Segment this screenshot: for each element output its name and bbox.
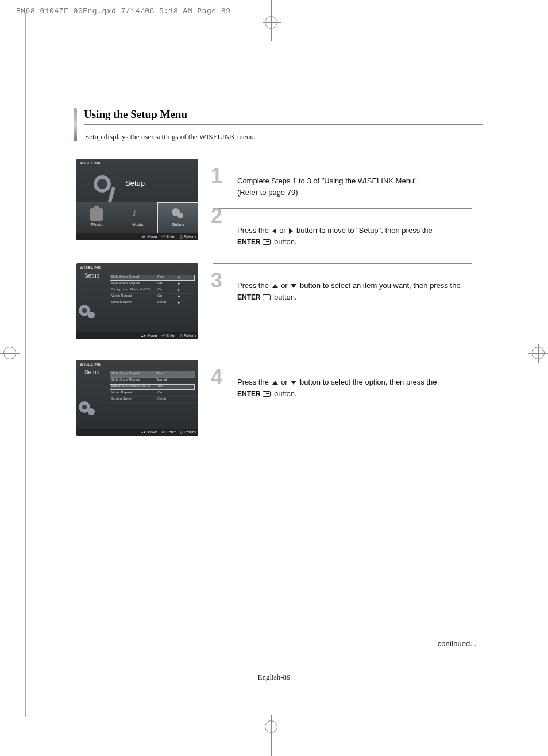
screenshot-footer: ◂▸ Move ⏎ Enter ▯ Return — [76, 233, 198, 240]
list-row: Music Repeat: On — [110, 390, 195, 397]
gear-icon — [94, 175, 111, 193]
arrow-left-icon — [272, 228, 276, 234]
screenshot-setup-list: WISELINK Setup Slide Show Speed: Fast▸Sl… — [76, 263, 198, 339]
page-footer: English-89 — [0, 673, 548, 682]
section-accent-bar — [74, 108, 77, 141]
enter-icon — [263, 391, 271, 397]
step-number: 1 — [211, 166, 222, 186]
brand-label: WISELINK — [76, 263, 198, 270]
screenshot-footer: ▴▾ Move ⏎ Enter ▯ Return — [76, 332, 198, 339]
list-row: Background Music On/Off: On▸ — [110, 287, 195, 294]
brand-label: WISELINK — [76, 360, 198, 366]
screenshot-setup-menu: WISELINK Setup Photo Music — [76, 159, 198, 240]
registration-mark — [3, 347, 16, 359]
list-row: Slide Show RepeatNormal — [110, 378, 195, 384]
step-number: 2 — [211, 206, 222, 227]
menu-item-photo: Photo — [76, 202, 117, 233]
registration-mark — [265, 720, 277, 733]
list-row: Screen Saver: 5 min — [110, 397, 195, 403]
menu-item-setup: Setup — [157, 202, 198, 233]
brand-label: WISELINK — [76, 159, 198, 165]
arrow-down-icon — [291, 381, 296, 385]
setup-icon — [172, 208, 184, 221]
arrow-up-icon — [272, 284, 278, 288]
page-title: Using the Setup Menu — [84, 108, 483, 125]
arrow-right-icon — [289, 228, 293, 234]
menu-item-music: Music — [117, 202, 158, 233]
step-text: Press the or button to select the option… — [213, 366, 478, 399]
step-number: 3 — [211, 270, 222, 291]
gear-icon — [88, 312, 95, 318]
enter-icon — [263, 294, 271, 300]
list-row: Slide Show Repeat: Off▸ — [110, 281, 195, 287]
list-row: Slide Show Speed: Fast▸ — [110, 275, 195, 281]
setup-heading: Setup — [125, 179, 145, 187]
step-text: Complete Steps 1 to 3 of "Using the WISE… — [213, 165, 478, 198]
arrow-down-icon — [291, 284, 296, 288]
screenshot-footer: ▴▾ Move ⏎ Enter ▯ Return — [76, 429, 198, 436]
step-number: 4 — [211, 367, 222, 387]
list-row: Screen Saver: 5 min▸ — [110, 300, 195, 306]
photo-icon — [90, 208, 103, 221]
page-subtitle: Setup displays the user settings of the … — [84, 132, 483, 141]
enter-icon — [263, 239, 271, 245]
screenshot-setup-list-option: WISELINK Setup Slide Show SpeedSlowSlide… — [76, 360, 198, 436]
gear-icon — [88, 408, 95, 415]
registration-mark — [532, 347, 545, 359]
continued-label: continued... — [438, 639, 476, 648]
step-text: Press the or button to select an item yo… — [213, 270, 478, 302]
music-icon — [131, 208, 144, 221]
list-row: Slide Show SpeedSlow — [110, 371, 195, 378]
arrow-up-icon — [272, 381, 278, 385]
list-row: Music Repeat: On▸ — [110, 294, 195, 300]
step-text: Press the or button to move to "Setup", … — [213, 214, 478, 247]
list-row: Background Music On/OffFast — [110, 384, 195, 390]
